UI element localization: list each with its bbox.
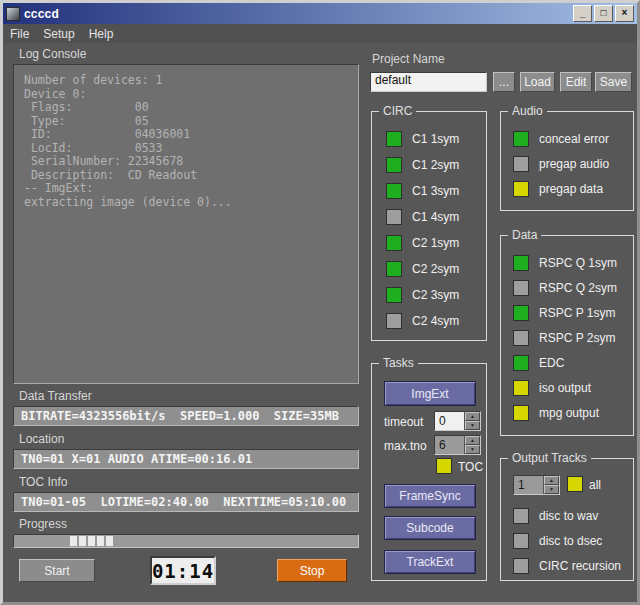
all-label: all	[589, 478, 601, 492]
status-led	[513, 131, 529, 147]
data-indicator-row: RSPC P 1sym	[501, 300, 633, 325]
status-led	[513, 181, 529, 197]
app-window: ccccd _ □ × File Setup Help Log Console …	[0, 0, 640, 605]
toc-info-value: TN0=01-05 LOTIME=02:40.00 NEXTTIME=05:10…	[21, 495, 346, 509]
all-checkbox[interactable]	[567, 476, 583, 492]
spin-down-icon[interactable]: ▼	[544, 485, 559, 494]
track-number-spinner[interactable]: 1 ▲ ▼	[513, 475, 560, 495]
indicator-label: mpg output	[539, 406, 599, 420]
log-console-label: Log Console	[19, 47, 86, 61]
progress-chunk	[79, 536, 86, 546]
spin-down-icon[interactable]: ▼	[465, 445, 480, 454]
max-tno-value: 6	[435, 436, 464, 454]
spin-up-icon[interactable]: ▲	[465, 412, 480, 421]
menu-item[interactable]: File	[10, 27, 29, 41]
audio-indicator-row: conceal error	[501, 126, 633, 151]
indicator-label: iso output	[539, 381, 591, 395]
data-indicator-row: mpg output	[501, 400, 633, 425]
spin-up-icon[interactable]: ▲	[465, 436, 480, 445]
close-button[interactable]: ×	[615, 5, 634, 22]
data-indicator-row: RSPC Q 2sym	[501, 275, 633, 300]
circ-indicator-row: C1 4sym	[372, 204, 486, 230]
status-led	[386, 157, 402, 173]
progress-chunk	[70, 536, 77, 546]
toc-info-field: TN0=01-05 LOTIME=02:40.00 NEXTTIME=05:10…	[13, 492, 359, 512]
timeout-spinner[interactable]: 0 ▲ ▼	[434, 411, 481, 431]
circ-indicator-row: C1 3sym	[372, 178, 486, 204]
imgext-button[interactable]: ImgExt	[384, 381, 476, 406]
status-led	[386, 287, 402, 303]
indicator-label: C1 1sym	[412, 132, 459, 146]
edit-button[interactable]: Edit	[560, 72, 592, 92]
circ-indicator-row: C1 2sym	[372, 152, 486, 178]
trackext-button[interactable]: TrackExt	[384, 550, 476, 574]
audio-indicator-row: pregap audio	[501, 151, 633, 176]
data-indicator-row: iso output	[501, 375, 633, 400]
save-button[interactable]: Save	[595, 72, 632, 92]
status-led	[513, 255, 529, 271]
menu-item[interactable]: Help	[89, 27, 114, 41]
data-transfer-label: Data Transfer	[19, 389, 92, 403]
status-led	[513, 405, 529, 421]
indicator-label: C1 4sym	[412, 210, 459, 224]
start-button[interactable]: Start	[19, 559, 95, 582]
status-led	[386, 313, 402, 329]
subcode-button[interactable]: Subcode	[384, 516, 476, 540]
output-tracks-group: Output Tracks 1 ▲ ▼ all disc to wav disc…	[500, 458, 634, 581]
option-checkbox[interactable]	[513, 558, 529, 574]
browse-button[interactable]: ...	[493, 72, 515, 92]
circ-indicator-row: C2 4sym	[372, 308, 486, 334]
status-led	[386, 209, 402, 225]
spin-up-icon[interactable]: ▲	[544, 476, 559, 485]
output-option-row: disc to wav	[501, 503, 633, 528]
max-tno-spinner[interactable]: 6 ▲ ▼	[434, 435, 481, 455]
framesync-button[interactable]: FrameSync	[384, 484, 476, 508]
indicator-label: pregap data	[539, 182, 603, 196]
timer-display: 01:14	[150, 556, 216, 585]
project-name-label: Project Name	[372, 52, 445, 66]
circ-indicator-row: C1 1sym	[372, 126, 486, 152]
toc-label: TOC	[458, 460, 483, 474]
toc-checkbox[interactable]	[436, 458, 452, 474]
spin-down-icon[interactable]: ▼	[465, 421, 480, 430]
indicator-label: CIRC recursion	[539, 559, 621, 573]
audio-indicator-row: pregap data	[501, 176, 633, 201]
option-checkbox[interactable]	[513, 533, 529, 549]
indicator-label: disc to dsec	[539, 534, 602, 548]
minimize-button[interactable]: _	[573, 5, 592, 22]
progress-chunk	[106, 536, 113, 546]
indicator-label: EDC	[539, 356, 564, 370]
timer-value: 01:14	[152, 560, 214, 582]
maximize-button[interactable]: □	[594, 5, 613, 22]
tasks-group-title: Tasks	[379, 356, 418, 370]
indicator-label: C2 3sym	[412, 288, 459, 302]
title-bar[interactable]: ccccd _ □ ×	[3, 3, 637, 24]
indicator-label: conceal error	[539, 132, 609, 146]
progress-chunks	[70, 536, 113, 546]
output-option-row: CIRC recursion	[501, 553, 633, 578]
status-led	[513, 280, 529, 296]
data-indicator-row: RSPC P 2sym	[501, 325, 633, 350]
timeout-value: 0	[435, 412, 464, 430]
data-transfer-value: BITRATE=4323556bit/s SPEED=1.000 SIZE=35…	[21, 409, 339, 423]
indicator-label: pregap audio	[539, 157, 609, 171]
location-label: Location	[19, 432, 64, 446]
progress-label: Progress	[19, 517, 67, 531]
indicator-label: C2 1sym	[412, 236, 459, 250]
status-led	[513, 305, 529, 321]
menu-item[interactable]: Setup	[43, 27, 74, 41]
progress-bar	[13, 534, 359, 548]
stop-button[interactable]: Stop	[277, 559, 347, 582]
status-led	[513, 380, 529, 396]
load-button[interactable]: Load	[520, 72, 555, 92]
status-led	[513, 355, 529, 371]
audio-group-title: Audio	[508, 104, 547, 118]
status-led	[386, 131, 402, 147]
location-field: TN0=01 X=01 AUDIO ATIME=00:16.01	[13, 449, 359, 469]
app-icon	[6, 7, 20, 21]
output-tracks-group-title: Output Tracks	[508, 451, 591, 465]
data-transfer-field: BITRATE=4323556bit/s SPEED=1.000 SIZE=35…	[13, 406, 359, 426]
project-name-input[interactable]: default	[370, 72, 487, 92]
option-checkbox[interactable]	[513, 508, 529, 524]
data-group: Data RSPC Q 1sym RSPC Q 2sym RSPC P 1sym	[500, 235, 634, 436]
